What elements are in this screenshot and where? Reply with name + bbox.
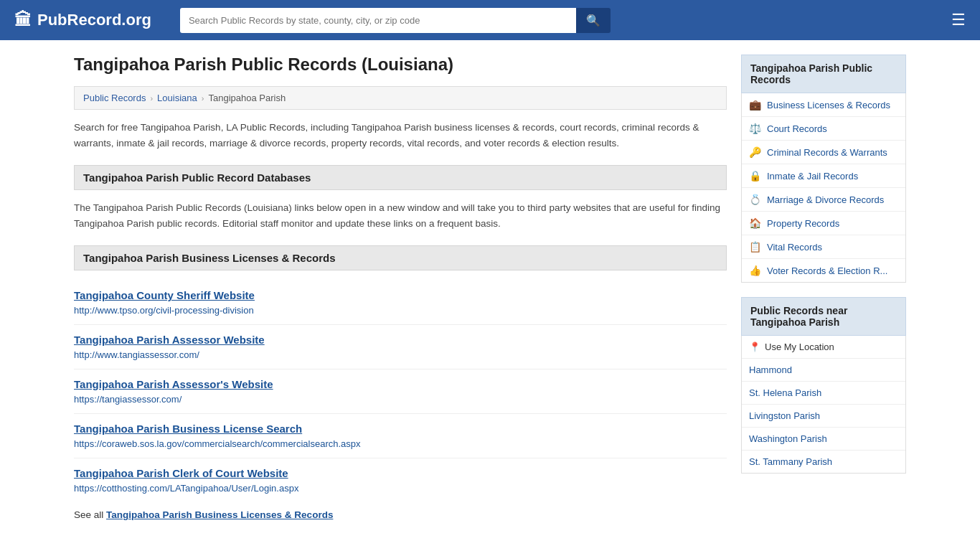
nearby-list: 📍 Use My Location Hammond St. Helena Par… xyxy=(741,336,906,474)
sidebar-nearby: Public Records near Tangipahoa Parish 📍 … xyxy=(741,297,906,474)
logo-text: PubRecord.org xyxy=(37,11,151,29)
logo-icon: 🏛 xyxy=(14,10,32,30)
see-all-text: See all Tangipahoa Parish Business Licen… xyxy=(74,509,727,520)
sidebar-categories-list: 💼 Business Licenses & Records ⚖️ Court R… xyxy=(741,93,906,283)
inmate-icon: 🔒 xyxy=(749,170,761,182)
breadcrumb-public-records[interactable]: Public Records xyxy=(83,93,146,103)
record-url-5[interactable]: https://cotthosting.com/LATangipahoa/Use… xyxy=(74,483,298,494)
sidebar-item-inmate-label: Inmate & Jail Records xyxy=(767,171,858,182)
sidebar-public-records: Tangipahoa Parish Public Records 💼 Busin… xyxy=(741,55,906,283)
search-form: 🔍 xyxy=(180,8,611,33)
nearby-use-location[interactable]: 📍 Use My Location xyxy=(742,336,905,359)
intro-text: Search for free Tangipahoa Parish, LA Pu… xyxy=(74,120,727,151)
breadcrumb-sep-2: › xyxy=(202,94,204,103)
nearby-livingston[interactable]: Livingston Parish xyxy=(742,405,905,428)
record-item-5: Tangipahoa Parish Clerk of Court Website… xyxy=(74,458,727,502)
menu-button[interactable]: ☰ xyxy=(951,12,966,28)
breadcrumb-current: Tangipahoa Parish xyxy=(208,93,286,103)
nearby-hammond-label: Hammond xyxy=(749,364,792,375)
breadcrumb-sep-1: › xyxy=(150,94,153,103)
sidebar-item-marriage[interactable]: 💍 Marriage & Divorce Records xyxy=(742,188,905,212)
breadcrumb: Public Records › Louisiana › Tangipahoa … xyxy=(74,86,727,110)
record-item-2: Tangipahoa Parish Assessor Website http:… xyxy=(74,325,727,369)
court-icon: ⚖️ xyxy=(749,123,761,134)
nearby-washington-label: Washington Parish xyxy=(749,433,827,444)
sidebar-item-court[interactable]: ⚖️ Court Records xyxy=(742,117,905,141)
sidebar-item-voter-label: Voter Records & Election R... xyxy=(767,265,887,276)
nearby-hammond[interactable]: Hammond xyxy=(742,359,905,382)
sidebar-item-criminal-label: Criminal Records & Warrants xyxy=(767,147,887,158)
business-icon: 💼 xyxy=(749,99,761,110)
sidebar-item-vital-label: Vital Records xyxy=(767,242,822,253)
record-url-1[interactable]: http://www.tpso.org/civil-processing-div… xyxy=(74,305,254,316)
vital-icon: 📋 xyxy=(749,241,761,253)
use-location-label: Use My Location xyxy=(765,342,834,352)
sidebar-item-property-label: Property Records xyxy=(767,218,839,229)
sidebar-nearby-title: Public Records near Tangipahoa Parish xyxy=(741,297,906,336)
main-container: Tangipahoa Parish Public Records (Louisi… xyxy=(60,40,920,534)
sidebar-public-records-title: Tangipahoa Parish Public Records xyxy=(741,55,906,93)
sidebar-item-marriage-label: Marriage & Divorce Records xyxy=(767,194,884,205)
voter-icon: 👍 xyxy=(749,265,761,276)
record-title-5[interactable]: Tangipahoa Parish Clerk of Court Website xyxy=(74,467,727,479)
search-button[interactable]: 🔍 xyxy=(576,8,611,33)
site-header: 🏛 PubRecord.org 🔍 ☰ xyxy=(0,0,980,40)
record-item-4: Tangipahoa Parish Business License Searc… xyxy=(74,414,727,458)
sidebar-item-business-label: Business Licenses & Records xyxy=(767,100,890,110)
record-item-1: Tangipahoa County Sheriff Website http:/… xyxy=(74,281,727,325)
location-icon: 📍 xyxy=(749,342,760,352)
record-title-3[interactable]: Tangipahoa Parish Assessor's Website xyxy=(74,378,727,390)
property-icon: 🏠 xyxy=(749,217,761,229)
databases-header: Tangipahoa Parish Public Record Database… xyxy=(74,165,727,190)
sidebar-item-voter[interactable]: 👍 Voter Records & Election R... xyxy=(742,259,905,282)
sidebar-item-property[interactable]: 🏠 Property Records xyxy=(742,212,905,235)
business-records-header: Tangipahoa Parish Business Licenses & Re… xyxy=(74,245,727,270)
record-title-4[interactable]: Tangipahoa Parish Business License Searc… xyxy=(74,423,727,435)
criminal-icon: 🔑 xyxy=(749,146,761,158)
site-logo[interactable]: 🏛 PubRecord.org xyxy=(14,10,151,30)
record-title-1[interactable]: Tangipahoa County Sheriff Website xyxy=(74,289,727,301)
record-url-2[interactable]: http://www.tangiassessor.com/ xyxy=(74,349,199,360)
records-list: Tangipahoa County Sheriff Website http:/… xyxy=(74,281,727,502)
content-area: Tangipahoa Parish Public Records (Louisi… xyxy=(74,55,727,520)
record-title-2[interactable]: Tangipahoa Parish Assessor Website xyxy=(74,334,727,346)
sidebar-item-vital[interactable]: 📋 Vital Records xyxy=(742,235,905,259)
nearby-st-helena-label: St. Helena Parish xyxy=(749,387,821,398)
nearby-livingston-label: Livingston Parish xyxy=(749,410,820,421)
page-title: Tangipahoa Parish Public Records (Louisi… xyxy=(74,55,727,75)
nearby-st-helena[interactable]: St. Helena Parish xyxy=(742,382,905,405)
nearby-st-tammany-label: St. Tammany Parish xyxy=(749,456,832,467)
record-url-3[interactable]: https://tangiassessor.com/ xyxy=(74,394,182,405)
sidebar-item-inmate[interactable]: 🔒 Inmate & Jail Records xyxy=(742,164,905,188)
nearby-st-tammany[interactable]: St. Tammany Parish xyxy=(742,451,905,473)
see-all-link[interactable]: Tangipahoa Parish Business Licenses & Re… xyxy=(106,509,333,520)
hamburger-icon: ☰ xyxy=(951,11,966,29)
search-icon: 🔍 xyxy=(586,14,600,27)
marriage-icon: 💍 xyxy=(749,194,761,205)
record-url-4[interactable]: https://coraweb.sos.la.gov/commercialsea… xyxy=(74,438,361,449)
sidebar-item-business[interactable]: 💼 Business Licenses & Records xyxy=(742,93,905,117)
sidebar-item-court-label: Court Records xyxy=(767,123,827,134)
databases-text: The Tangipahoa Parish Public Records (Lo… xyxy=(74,200,727,231)
sidebar-item-criminal[interactable]: 🔑 Criminal Records & Warrants xyxy=(742,141,905,164)
search-input[interactable] xyxy=(180,8,576,33)
record-item-3: Tangipahoa Parish Assessor's Website htt… xyxy=(74,369,727,414)
nearby-washington[interactable]: Washington Parish xyxy=(742,428,905,451)
breadcrumb-louisiana[interactable]: Louisiana xyxy=(157,93,197,103)
sidebar: Tangipahoa Parish Public Records 💼 Busin… xyxy=(741,55,906,520)
